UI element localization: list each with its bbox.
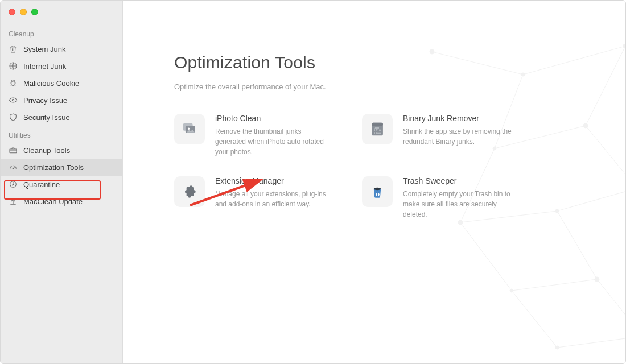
svg-point-22 xyxy=(521,73,525,76)
sidebar-item-label: MacClean Update xyxy=(23,198,83,205)
svg-line-18 xyxy=(597,279,625,336)
toolbox-icon xyxy=(9,146,18,155)
sidebar-item-internet-junk[interactable]: Internet Junk xyxy=(1,57,122,75)
eye-icon xyxy=(9,96,18,105)
tool-desc: Completely empty your Trash bin to make … xyxy=(403,189,517,220)
svg-line-15 xyxy=(557,211,597,279)
tool-desc: Remove the thumbnail junks generated whe… xyxy=(215,126,329,157)
svg-point-27 xyxy=(458,220,463,225)
sidebar-item-quarantine[interactable]: Quarantine xyxy=(1,176,122,193)
photos-icon xyxy=(174,114,205,144)
svg-line-19 xyxy=(512,291,557,348)
trash-icon xyxy=(9,44,18,53)
gauge-icon xyxy=(9,163,18,172)
tool-title: Binary Junk Remover xyxy=(403,114,517,123)
zoom-window-button[interactable] xyxy=(31,9,38,15)
svg-text:1100: 1100 xyxy=(374,131,381,135)
page-title: Optimization Tools xyxy=(174,53,591,72)
tool-desc: Manage all your extensions, plug-ins and… xyxy=(215,189,329,209)
svg-point-41 xyxy=(374,188,381,190)
tool-desc: Shrink the app size by removing the redu… xyxy=(403,126,517,147)
sidebar-item-label: Security Issue xyxy=(23,114,70,121)
sidebar-item-system-junk[interactable]: System Junk xyxy=(1,40,122,57)
tool-title: Extension Manager xyxy=(215,176,329,185)
tools-grid: iPhoto Clean Remove the thumbnail junks … xyxy=(174,114,591,220)
tool-title: iPhoto Clean xyxy=(215,114,329,123)
svg-point-2 xyxy=(12,99,14,101)
svg-line-16 xyxy=(460,222,512,291)
upload-icon xyxy=(9,197,18,206)
tool-trash-sweeper[interactable]: Trash Sweeper Completely empty your Tras… xyxy=(362,176,527,220)
svg-point-35 xyxy=(188,128,190,130)
page-subtitle: Optimize the overall performance of your… xyxy=(174,82,591,91)
sidebar-item-label: Optimization Tools xyxy=(23,164,84,171)
minimize-window-button[interactable] xyxy=(20,9,27,15)
sidebar-item-label: System Junk xyxy=(23,46,65,53)
sidebar: Cleanup System Junk Internet Junk Malici… xyxy=(1,1,123,363)
svg-line-20 xyxy=(557,336,625,348)
tool-binary-junk-remover[interactable]: 101001011100 Binary Junk Remover Shrink … xyxy=(362,114,527,157)
svg-text:0101: 0101 xyxy=(374,126,381,130)
tool-extension-manager[interactable]: Extension Manager Manage all your extens… xyxy=(174,176,339,220)
window-controls xyxy=(1,9,122,24)
bin-icon xyxy=(362,176,393,207)
sidebar-item-macclean-update[interactable]: MacClean Update xyxy=(1,193,122,210)
sidebar-item-security-issue[interactable]: Security Issue xyxy=(1,109,122,126)
svg-line-10 xyxy=(586,46,625,126)
sidebar-item-cleanup-tools[interactable]: Cleanup Tools xyxy=(1,142,122,159)
tool-iphoto-clean[interactable]: iPhoto Clean Remove the thumbnail junks … xyxy=(174,114,339,157)
sidebar-item-label: Malicious Cookie xyxy=(23,80,79,87)
sidebar-section-utilities: Utilities xyxy=(1,126,122,142)
bug-icon xyxy=(9,78,18,88)
close-window-button[interactable] xyxy=(9,9,15,15)
globe-icon xyxy=(9,61,18,71)
svg-point-23 xyxy=(623,44,625,48)
sidebar-item-optimization-tools[interactable]: Optimization Tools xyxy=(1,159,122,176)
app-window: Cleanup System Junk Internet Junk Malici… xyxy=(0,0,626,364)
shield-icon xyxy=(9,113,18,122)
svg-rect-37 xyxy=(372,123,383,126)
sidebar-item-malicious-cookie[interactable]: Malicious Cookie xyxy=(1,75,122,92)
svg-line-11 xyxy=(586,126,625,188)
sidebar-item-privacy-issue[interactable]: Privacy Issue xyxy=(1,92,122,109)
svg-line-17 xyxy=(512,279,597,291)
svg-point-4 xyxy=(13,168,14,169)
quarantine-icon xyxy=(9,180,18,189)
svg-point-32 xyxy=(555,346,559,349)
svg-point-1 xyxy=(11,81,15,86)
sidebar-item-label: Cleanup Tools xyxy=(23,147,70,154)
svg-rect-3 xyxy=(10,149,17,153)
binary-icon: 101001011100 xyxy=(362,114,393,144)
sidebar-item-label: Internet Junk xyxy=(23,63,66,70)
svg-point-30 xyxy=(510,289,513,292)
puzzle-icon xyxy=(174,176,205,207)
sidebar-item-label: Privacy Issue xyxy=(23,97,67,104)
sidebar-item-label: Quarantine xyxy=(23,181,60,188)
main-panel: Optimization Tools Optimize the overall … xyxy=(123,1,625,363)
svg-point-29 xyxy=(595,277,599,282)
tool-title: Trash Sweeper xyxy=(403,176,517,185)
sidebar-section-cleanup: Cleanup xyxy=(1,24,122,40)
